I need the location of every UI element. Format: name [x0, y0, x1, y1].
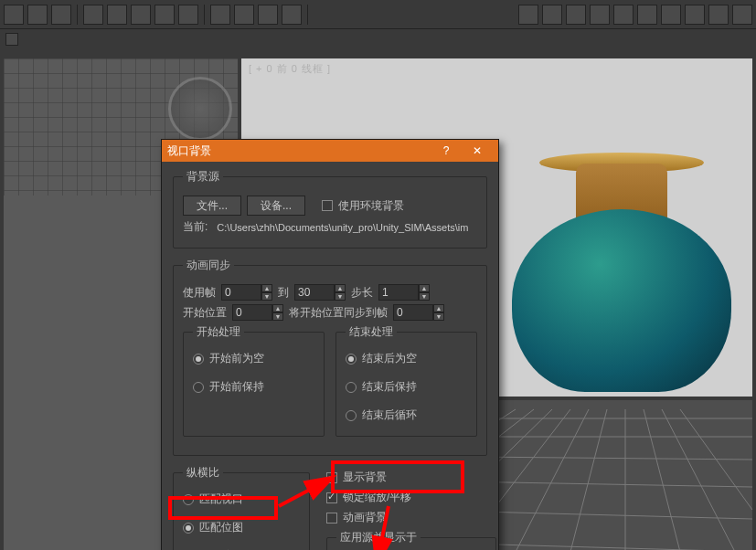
group-legend: 纵横比 [183, 465, 223, 481]
dialog-title: 视口背景 [167, 143, 211, 159]
toolbar-icon[interactable] [732, 5, 752, 25]
spin-down-icon[interactable]: ▼ [433, 312, 444, 321]
toolbar-icon[interactable] [4, 5, 24, 25]
device-button[interactable]: 设备... [247, 196, 305, 216]
toolbar-icon[interactable] [154, 5, 175, 25]
sync-start-input[interactable] [393, 304, 433, 321]
spin-down-icon[interactable]: ▼ [261, 292, 272, 301]
sync-start-spinner[interactable]: ▲▼ [393, 304, 444, 321]
toolbar-icon[interactable] [590, 5, 610, 25]
toolbar-icon[interactable] [685, 5, 705, 25]
end-hold-label: 结束后保持 [362, 379, 417, 395]
end-loop-label: 结束后循环 [362, 407, 417, 423]
start-blank-label: 开始前为空 [209, 351, 264, 366]
current-path: C:\Users\zhh\Documents\unity_pro\Unity_S… [217, 222, 468, 233]
start-pos-label: 开始位置 [183, 305, 227, 321]
dropdown-toggle-icon[interactable] [5, 33, 18, 46]
spin-up-icon[interactable]: ▲ [433, 304, 444, 312]
viewport-background-dialog: 视口背景 ? ✕ 背景源 文件... 设备... 使用环境背景 当前: C:\U… [161, 139, 499, 550]
spin-down-icon[interactable]: ▼ [335, 292, 346, 301]
file-button[interactable]: 文件... [183, 196, 241, 216]
spin-down-icon[interactable]: ▼ [272, 312, 283, 321]
toolbar-icon[interactable] [637, 5, 657, 25]
lock-zoom-label: 锁定缩放/平移 [343, 490, 411, 505]
spin-up-icon[interactable]: ▲ [419, 284, 430, 292]
use-frame-input[interactable] [221, 284, 261, 301]
svg-line-10 [662, 409, 735, 550]
use-frame-label: 使用帧 [183, 285, 216, 301]
spin-up-icon[interactable]: ▲ [261, 284, 272, 292]
svg-line-6 [516, 409, 589, 550]
toolbar-separator [204, 5, 205, 25]
use-env-checkbox[interactable] [322, 200, 333, 211]
animation-sync-group: 动画同步 使用帧 ▲▼ 到 ▲▼ 步长 ▲▼ 开始位置 ▲▼ 将开始位置同步到帧… [173, 258, 487, 456]
toolbar-separator [77, 5, 78, 25]
start-hold-label: 开始前保持 [209, 379, 264, 395]
match-viewport-radio[interactable] [183, 494, 194, 505]
toolbar-icon[interactable] [131, 5, 151, 25]
sub-toolbar [0, 29, 756, 49]
use-env-label: 使用环境背景 [338, 198, 404, 214]
toolbar-icon[interactable] [234, 5, 254, 25]
aspect-ratio-group: 纵横比 匹配视口 匹配位图 匹配渲染输出 [173, 465, 310, 550]
viewcube-gizmo[interactable] [168, 77, 232, 141]
lock-zoom-checkbox[interactable] [326, 492, 337, 503]
step-spinner[interactable]: ▲▼ [378, 284, 430, 301]
show-bg-label: 显示背景 [343, 470, 387, 485]
toolbar-icon[interactable] [27, 5, 48, 25]
viewport-label: [ + 0 前 0 线框 ] [249, 62, 331, 76]
anim-bg-label: 动画背景 [343, 510, 387, 525]
main-area: [ + 0 前 0 线框 ] 视口背景 ? ✕ 背景源 [0, 49, 756, 550]
toolbar-icon[interactable] [613, 5, 634, 25]
toolbar-icon[interactable] [178, 5, 198, 25]
apply-source-group: 应用源并显示于 所有视图 仅活动视图 [326, 530, 496, 550]
to-spinner[interactable]: ▲▼ [294, 284, 346, 301]
group-legend: 开始处理 [193, 324, 244, 340]
match-bitmap-radio[interactable] [183, 523, 194, 534]
toolbar-icon[interactable] [258, 5, 278, 25]
toolbar-icon[interactable] [661, 5, 681, 25]
dialog-titlebar[interactable]: 视口背景 ? ✕ [162, 140, 498, 162]
group-legend: 背景源 [183, 169, 223, 185]
toolbar-icon[interactable] [107, 5, 127, 25]
toolbar-icon[interactable] [51, 5, 71, 25]
anim-bg-checkbox[interactable] [326, 513, 337, 524]
toolbar-icon[interactable] [210, 5, 230, 25]
to-input[interactable] [294, 284, 335, 301]
start-blank-radio[interactable] [193, 354, 204, 365]
group-legend: 应用源并显示于 [336, 530, 421, 545]
spin-up-icon[interactable]: ▲ [335, 284, 346, 292]
end-blank-radio[interactable] [346, 354, 357, 365]
start-pos-spinner[interactable]: ▲▼ [232, 304, 283, 321]
toolbar-icon[interactable] [566, 5, 586, 25]
end-loop-radio[interactable] [346, 410, 357, 421]
start-pos-input[interactable] [232, 304, 272, 321]
main-toolbar [0, 0, 756, 29]
toolbar-icon[interactable] [708, 5, 729, 25]
toolbar-icon[interactable] [518, 5, 538, 25]
svg-line-7 [570, 409, 607, 550]
toolbar-separator [307, 5, 308, 25]
start-hold-radio[interactable] [193, 382, 204, 393]
use-frame-spinner[interactable]: ▲▼ [221, 284, 272, 301]
toolbar-icon[interactable] [542, 5, 562, 25]
close-button[interactable]: ✕ [462, 141, 493, 161]
match-bitmap-label: 匹配位图 [199, 520, 243, 535]
end-processing-group: 结束处理 结束后为空 结束后保持 结束后循环 [335, 324, 477, 437]
group-legend: 结束处理 [346, 324, 397, 340]
toolbar-icon[interactable] [282, 5, 302, 25]
current-label: 当前: [183, 219, 208, 235]
spin-down-icon[interactable]: ▼ [419, 292, 430, 301]
spin-up-icon[interactable]: ▲ [272, 304, 283, 312]
start-processing-group: 开始处理 开始前为空 开始前保持 [183, 324, 325, 437]
end-hold-radio[interactable] [346, 382, 357, 393]
background-source-group: 背景源 文件... 设备... 使用环境背景 当前: C:\Users\zhh\… [173, 169, 487, 249]
to-label: 到 [278, 285, 289, 301]
group-legend: 动画同步 [183, 258, 234, 273]
match-viewport-label: 匹配视口 [199, 492, 243, 507]
help-button[interactable]: ? [431, 141, 462, 161]
step-input[interactable] [378, 284, 419, 301]
show-bg-checkbox[interactable] [326, 472, 337, 483]
toolbar-icon[interactable] [83, 5, 103, 25]
svg-line-9 [644, 409, 680, 550]
